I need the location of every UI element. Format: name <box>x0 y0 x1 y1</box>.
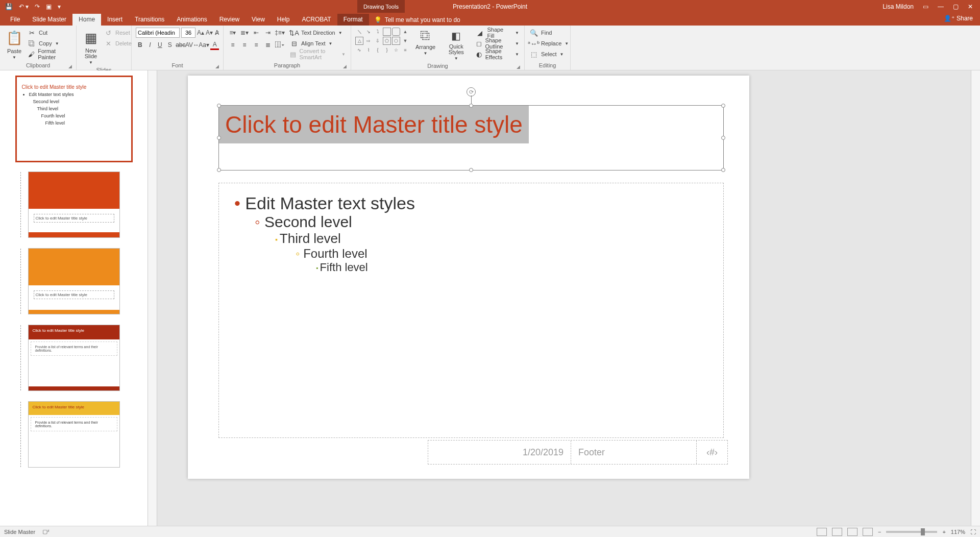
share-button[interactable]: 👤⁺ Share <box>944 15 973 22</box>
title-placeholder[interactable]: ⟳ Click to edit Master title style <box>218 105 724 170</box>
bullet-level-1[interactable]: Edit Master text styles <box>234 193 708 213</box>
bullets-button[interactable]: ≡▾ <box>228 28 238 38</box>
resize-handle-se[interactable] <box>721 168 725 172</box>
bullet-level-2[interactable]: Second level <box>234 213 708 231</box>
body-placeholder[interactable]: Edit Master text styles Second level Thi… <box>218 183 724 438</box>
strikethrough-button[interactable]: abc <box>176 40 185 50</box>
align-center-button[interactable]: ≡ <box>239 40 250 50</box>
slide-canvas[interactable]: ⟳ Click to edit Master title style Edit … <box>188 76 749 479</box>
tab-animations[interactable]: Animations <box>170 14 213 26</box>
down-arrow-shape-icon[interactable]: ⇩ <box>374 37 382 45</box>
master-thumbnail[interactable]: Click to edit Master title style Edit Ma… <box>15 76 133 162</box>
ribbon-display-icon[interactable]: ▭ <box>923 3 928 10</box>
zoom-level[interactable]: 117% <box>951 529 965 535</box>
grow-font-button[interactable]: A▴ <box>197 28 204 38</box>
decrease-indent-button[interactable]: ⇤ <box>251 28 261 38</box>
date-placeholder[interactable]: 1/20/2019 <box>428 441 571 464</box>
drawing-dialog-launcher[interactable]: ◢ <box>517 64 520 69</box>
qat-more-icon[interactable]: ▾ <box>58 3 61 10</box>
tab-format[interactable]: Format <box>337 14 369 26</box>
arrow-shape-icon[interactable]: ↘ <box>364 28 373 36</box>
normal-view-button[interactable] <box>817 528 827 536</box>
star-shape-icon[interactable]: ☆ <box>392 46 400 54</box>
vertical-scrollbar[interactable] <box>971 70 980 526</box>
replace-button[interactable]: ᵃ↔ᵇReplace▼ <box>529 38 566 48</box>
gallery-more-icon[interactable]: ≡ <box>401 46 409 54</box>
footer-placeholder[interactable]: Footer <box>571 441 697 464</box>
minimize-icon[interactable]: — <box>938 3 944 10</box>
hexagon-shape-icon[interactable]: ⬡ <box>392 37 400 45</box>
close-icon[interactable]: ✕ <box>968 3 973 10</box>
slideshow-button[interactable] <box>863 528 873 536</box>
change-case-button[interactable]: Aa▾ <box>199 40 209 50</box>
paste-button[interactable]: 📋 Paste ▼ <box>4 28 24 61</box>
start-from-beginning-icon[interactable]: ▣ <box>46 3 52 10</box>
connector-shape-icon[interactable]: ⤵ <box>374 28 382 36</box>
curve-shape-icon[interactable]: ∿ <box>355 46 363 54</box>
shapes-gallery[interactable]: ＼ ↘ ⤵ ▲ △ ⇨ ⇩ ⬠ ⬡ ▼ ∿ ⌇ { } ☆ ≡ <box>355 28 409 54</box>
text-direction-button[interactable]: ⇅AText Direction▼ <box>289 28 347 38</box>
layout-thumbnail-1[interactable]: Click to edit Master title style <box>28 172 120 238</box>
layout-thumbnail-4[interactable]: Click to edit Master title style Provide… <box>28 401 120 468</box>
cut-button[interactable]: ✂Cut <box>27 28 72 38</box>
font-dialog-launcher[interactable]: ◢ <box>215 64 219 69</box>
align-text-button[interactable]: ⊟Align Text▼ <box>289 38 347 48</box>
title-text[interactable]: Click to edit Master title style <box>219 106 529 143</box>
gallery-down-icon[interactable]: ▼ <box>401 37 409 45</box>
font-size-input[interactable] <box>181 28 195 38</box>
quick-styles-button[interactable]: ◧ Quick Styles ▼ <box>442 28 471 62</box>
bullet-level-5[interactable]: Fifth level <box>234 261 708 274</box>
clear-formatting-button[interactable]: A̷ <box>214 28 219 38</box>
italic-button[interactable]: I <box>146 40 155 50</box>
line-spacing-button[interactable]: ‡≡▾ <box>275 28 285 38</box>
triangle-shape-icon[interactable]: △ <box>355 37 363 45</box>
copy-button[interactable]: ⿻Copy▼ <box>27 38 72 48</box>
reading-view-button[interactable] <box>847 528 857 536</box>
brace2-shape-icon[interactable]: } <box>383 46 391 54</box>
resize-handle-sw[interactable] <box>217 168 221 172</box>
shadow-button[interactable]: S <box>166 40 175 50</box>
tab-slide-master[interactable]: Slide Master <box>26 14 72 26</box>
zoom-slider[interactable] <box>886 531 937 533</box>
underline-button[interactable]: U <box>156 40 164 50</box>
line-shape-icon[interactable]: ＼ <box>355 28 363 36</box>
shrink-font-button[interactable]: A▾ <box>206 28 213 38</box>
maximize-icon[interactable]: ▢ <box>953 3 959 10</box>
resize-handle-nw[interactable] <box>217 104 221 108</box>
select-button[interactable]: ⬚Select▼ <box>529 49 566 59</box>
font-color-button[interactable]: A <box>210 40 219 50</box>
tab-view[interactable]: View <box>246 14 271 26</box>
layout-thumbnail-3[interactable]: Click to edit Master title style Provide… <box>28 325 120 391</box>
rounded-rect-shape-icon[interactable] <box>392 28 400 36</box>
align-left-button[interactable]: ≡ <box>228 40 238 50</box>
align-right-button[interactable]: ≡ <box>251 40 261 50</box>
resize-handle-n[interactable] <box>469 104 473 108</box>
char-spacing-button[interactable]: AV↔ <box>187 40 197 50</box>
pentagon-shape-icon[interactable]: ⬠ <box>383 37 391 45</box>
rect-shape-icon[interactable] <box>383 28 391 36</box>
freeform-shape-icon[interactable]: ⌇ <box>364 46 373 54</box>
shape-fill-button[interactable]: ◢Shape Fill▼ <box>475 28 521 38</box>
justify-button[interactable]: ≣ <box>263 40 273 50</box>
tab-review[interactable]: Review <box>213 14 246 26</box>
tab-insert[interactable]: Insert <box>101 14 129 26</box>
bullet-level-3[interactable]: Third level <box>234 231 708 247</box>
slide-edit-area[interactable]: ⟳ Click to edit Master title style Edit … <box>157 70 971 526</box>
slide-sorter-button[interactable] <box>832 528 842 536</box>
zoom-thumb[interactable] <box>921 528 925 535</box>
bold-button[interactable]: B <box>136 40 144 50</box>
slide-thumbnails-pane[interactable]: 1 Click to edit Master title style Edit … <box>0 70 148 526</box>
columns-button[interactable]: ⿲▾ <box>275 40 285 50</box>
tab-home[interactable]: Home <box>72 14 101 26</box>
paragraph-dialog-launcher[interactable]: ◢ <box>343 64 347 69</box>
fit-to-window-button[interactable]: ⛶ <box>970 529 976 535</box>
right-arrow-shape-icon[interactable]: ⇨ <box>364 37 373 45</box>
zoom-out-button[interactable]: − <box>878 529 881 535</box>
tab-acrobat[interactable]: ACROBAT <box>296 14 337 26</box>
resize-handle-e[interactable] <box>721 136 725 140</box>
brace-shape-icon[interactable]: { <box>374 46 382 54</box>
layout-thumbnail-2[interactable]: Click to edit Master title style <box>28 248 120 314</box>
resize-handle-s[interactable] <box>469 168 473 172</box>
font-name-input[interactable] <box>136 28 180 38</box>
zoom-in-button[interactable]: + <box>942 529 945 535</box>
